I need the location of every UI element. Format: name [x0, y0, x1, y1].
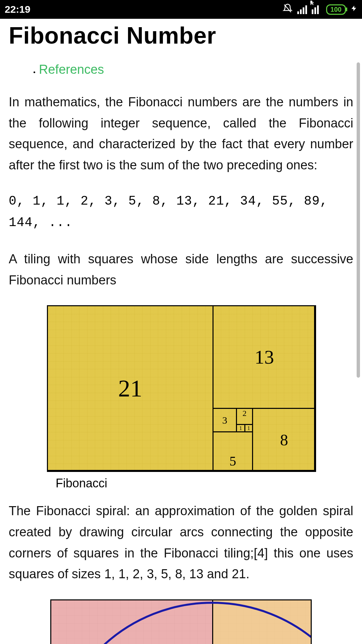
scrollbar[interactable] — [357, 62, 360, 378]
content-area[interactable]: Fibonacci Number References In mathemati… — [0, 22, 362, 644]
spiral-figure: 13×13 — [9, 599, 353, 644]
square-5: 5 — [213, 431, 253, 472]
square-2: 2 — [236, 408, 253, 425]
spiral-paragraph: The Fibonacci spiral: an approximation o… — [9, 500, 353, 585]
fibonacci-spiral-diagram: 13×13 — [50, 599, 312, 644]
signal-icon — [297, 5, 307, 14]
square-8: 8 — [252, 408, 316, 472]
status-bar: 22:19 R 100 — [0, 0, 362, 19]
list-item: References — [39, 62, 353, 77]
square-13: 13 — [213, 305, 316, 409]
square-3: 3 — [213, 408, 237, 432]
tiling-caption: Fibonacci — [56, 476, 107, 490]
references-link[interactable]: References — [39, 62, 104, 76]
charging-icon — [351, 3, 357, 16]
intro-paragraph: In mathematics, the Fibonacci numbers ar… — [9, 92, 353, 176]
page-title: Fibonacci Number — [9, 22, 353, 49]
square-1a: 1 — [236, 424, 245, 432]
battery-icon: 100 — [326, 4, 346, 15]
status-time: 22:19 — [5, 4, 31, 15]
fibonacci-sequence: 0, 1, 1, 2, 3, 5, 8, 13, 21, 34, 55, 89,… — [9, 191, 353, 234]
signal-roaming-icon: R — [312, 5, 321, 14]
square-21: 21 — [47, 305, 214, 472]
dnd-icon — [283, 3, 293, 16]
fibonacci-tiling-diagram: 21 13 8 5 3 2 1 1 — [47, 305, 315, 471]
references-list: References — [39, 62, 353, 77]
status-icons: R 100 — [283, 3, 357, 16]
tiling-intro: A tiling with squares whose side lengths… — [9, 249, 353, 290]
square-1b: 1 — [244, 424, 253, 432]
tiling-figure: 21 13 8 5 3 2 1 1 Fibonacci — [9, 305, 353, 490]
